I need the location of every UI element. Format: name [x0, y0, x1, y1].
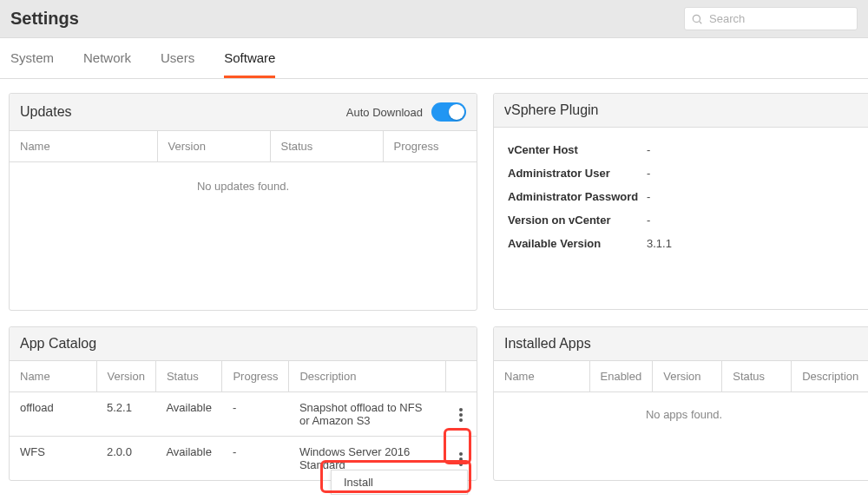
search-icon: [691, 13, 703, 25]
installed-apps-title: Installed Apps: [504, 336, 591, 352]
catalog-col-version: Version: [96, 361, 155, 392]
updates-col-progress: Progress: [383, 131, 477, 162]
tab-system[interactable]: System: [10, 50, 54, 78]
vsphere-title: vSphere Plugin: [504, 102, 599, 118]
wfs-action-wrap: Install: [456, 445, 466, 470]
installed-apps-panel: Installed Apps Name Enabled Version Stat…: [493, 326, 868, 481]
inst-col-status: Status: [722, 361, 792, 392]
offload-description: Snapshot offload to NFS or Amazon S3: [289, 392, 445, 437]
catalog-col-progress: Progress: [222, 361, 289, 392]
install-menu-item[interactable]: Install: [331, 470, 468, 495]
auto-download-toggle[interactable]: [431, 102, 466, 122]
catalog-col-status: Status: [155, 361, 222, 392]
vsphere-pass-value: -: [647, 190, 860, 203]
catalog-row-wfs: WFS 2.0.0 Available - Windows Server 201…: [10, 437, 477, 481]
vsphere-body: vCenter Host - Administrator User - Admi…: [494, 128, 868, 266]
vsphere-host-value: -: [647, 143, 860, 156]
vsphere-row-host: vCenter Host -: [508, 138, 860, 161]
search-wrap: [684, 7, 858, 30]
catalog-col-description: Description: [289, 361, 445, 392]
inst-col-version: Version: [653, 361, 722, 392]
updates-panel: Updates Auto Download Name Version Statu…: [9, 93, 477, 311]
tab-users[interactable]: Users: [161, 50, 194, 78]
vsphere-host-label: vCenter Host: [508, 143, 647, 156]
app-catalog-panel: App Catalog Name Version Status Progress…: [9, 326, 477, 481]
vsphere-av-value: 3.1.1: [647, 237, 860, 250]
wfs-actions-menu[interactable]: [456, 449, 466, 470]
vsphere-panel: vSphere Plugin vCenter Host - Administra…: [493, 93, 868, 310]
updates-col-name: Name: [10, 131, 157, 162]
installed-apps-header: Installed Apps: [494, 327, 868, 361]
vsphere-pass-label: Administrator Password: [508, 190, 647, 203]
catalog-row-offload: offload 5.2.1 Available - Snapshot offlo…: [10, 392, 477, 437]
wfs-progress: -: [222, 437, 289, 481]
panels-grid: Updates Auto Download Name Version Statu…: [0, 79, 868, 495]
installed-apps-table: Name Enabled Version Status Description: [494, 361, 868, 392]
inst-col-name: Name: [494, 361, 589, 392]
tab-network[interactable]: Network: [83, 50, 131, 78]
wfs-version: 2.0.0: [96, 437, 155, 481]
catalog-col-name: Name: [10, 361, 96, 392]
installed-apps-empty: No apps found.: [494, 392, 868, 437]
auto-download-control: Auto Download: [346, 102, 466, 122]
page-title: Settings: [10, 9, 79, 29]
updates-col-status: Status: [270, 131, 383, 162]
wfs-description: Windows Server 2016 Standard: [299, 445, 410, 471]
inst-col-description: Description: [792, 361, 868, 392]
offload-actions-menu[interactable]: [456, 405, 466, 425]
inst-col-enabled: Enabled: [589, 361, 653, 392]
auto-download-label: Auto Download: [346, 106, 423, 119]
offload-progress: -: [222, 392, 289, 437]
updates-table: Name Version Status Progress: [10, 131, 477, 162]
vsphere-av-label: Available Version: [508, 237, 647, 250]
app-catalog-header: App Catalog: [10, 327, 477, 361]
vsphere-row-availver: Available Version 3.1.1: [508, 232, 860, 255]
tab-software[interactable]: Software: [224, 50, 275, 78]
vsphere-header: vSphere Plugin: [494, 94, 868, 128]
search-input[interactable]: [684, 7, 858, 30]
catalog-col-actions: [445, 361, 477, 392]
svg-line-1: [700, 22, 702, 24]
vsphere-user-value: -: [647, 167, 860, 180]
wfs-name: WFS: [10, 437, 96, 481]
offload-status: Available: [155, 392, 222, 437]
tabs: System Network Users Software: [0, 38, 868, 79]
top-bar: Settings: [0, 0, 868, 38]
vsphere-row-user: Administrator User -: [508, 161, 860, 185]
offload-version: 5.2.1: [96, 392, 155, 437]
vsphere-user-label: Administrator User: [508, 167, 647, 180]
vsphere-voc-label: Version on vCenter: [508, 214, 647, 227]
vsphere-row-veroncenter: Version on vCenter -: [508, 208, 860, 232]
vsphere-voc-value: -: [647, 214, 860, 227]
updates-col-version: Version: [157, 131, 270, 162]
updates-empty: No updates found.: [10, 162, 477, 310]
app-catalog-table: Name Version Status Progress Description…: [10, 361, 477, 480]
offload-name: offload: [10, 392, 96, 437]
updates-header: Updates Auto Download: [10, 94, 477, 131]
app-catalog-title: App Catalog: [20, 336, 96, 352]
svg-point-0: [693, 15, 700, 22]
vsphere-row-pass: Administrator Password -: [508, 185, 860, 208]
updates-title: Updates: [20, 104, 72, 120]
wfs-status: Available: [155, 437, 222, 481]
